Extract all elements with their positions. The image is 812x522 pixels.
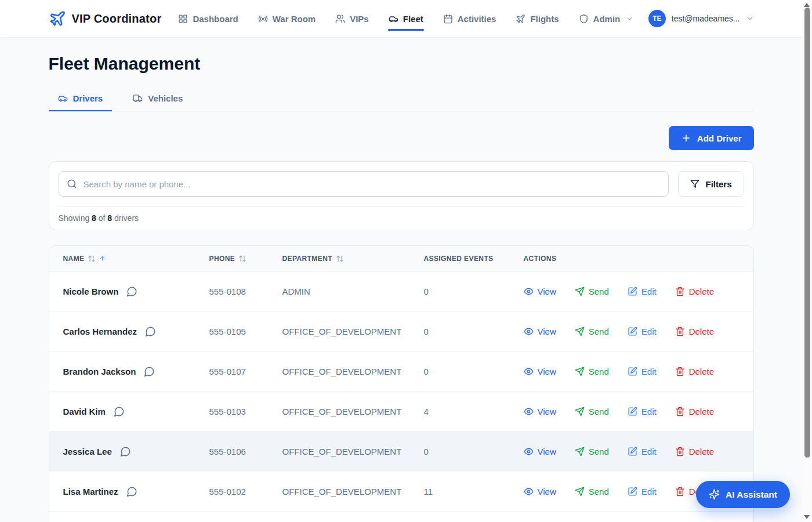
truck-icon	[133, 93, 143, 103]
edit-button[interactable]: Edit	[628, 327, 657, 336]
driver-phone: 555-0106	[209, 447, 282, 456]
ai-assistant-button[interactable]: AI Assistant	[696, 481, 790, 508]
assigned-events-count: 0	[424, 447, 524, 456]
driver-name: Jessica Lee	[63, 447, 112, 456]
nav-item-admin[interactable]: Admin	[578, 10, 635, 28]
send-icon	[575, 367, 585, 376]
calendar-icon	[443, 14, 453, 24]
column-header-name[interactable]: NAME	[63, 255, 209, 263]
message-icon[interactable]	[144, 366, 155, 377]
send-button[interactable]: Send	[575, 487, 609, 496]
add-driver-button[interactable]: Add Driver	[669, 126, 754, 150]
nav-label: Dashboard	[193, 14, 238, 24]
driver-name: Brandon Jackson	[63, 367, 136, 376]
trash-icon	[675, 487, 685, 496]
send-button[interactable]: Send	[575, 367, 609, 376]
table-row[interactable]: Carlos Hernandez 555-0105 OFFICE_OF_DEVE…	[49, 311, 753, 351]
scroll-up-arrow-icon[interactable]	[804, 3, 810, 7]
edit-button[interactable]: Edit	[628, 367, 657, 376]
tab-drivers[interactable]: Drivers	[49, 93, 113, 111]
table-row[interactable]: David Kim 555-0103 OFFICE_OF_DEVELOPMENT…	[49, 392, 753, 432]
message-icon[interactable]	[126, 286, 137, 297]
assigned-events-count: 0	[424, 287, 524, 296]
assigned-events-count: 4	[424, 407, 524, 416]
edit-button[interactable]: Edit	[628, 447, 657, 456]
table-row[interactable]: Lisa Martinez 555-0102 OFFICE_OF_DEVELOP…	[49, 472, 753, 512]
table-row[interactable]: Brandon Jackson 555-0107 OFFICE_OF_DEVEL…	[49, 351, 753, 392]
plus-icon	[681, 133, 691, 143]
edit-button[interactable]: Edit	[628, 287, 657, 296]
eye-icon	[524, 367, 534, 376]
plane-logo-icon	[49, 10, 66, 27]
edit-button[interactable]: Edit	[628, 487, 657, 496]
nav-label: Fleet	[403, 14, 423, 24]
view-button[interactable]: View	[524, 327, 556, 336]
shown-count: 8	[92, 213, 96, 223]
message-icon[interactable]	[126, 486, 137, 497]
user-email: test@madeames...	[672, 14, 740, 23]
eye-icon	[524, 487, 534, 496]
edit-button[interactable]: Edit	[628, 407, 657, 416]
driver-phone: 555-0108	[209, 287, 282, 296]
sparkles-icon	[709, 489, 720, 500]
table-header: NAME PHONE DEPARTMENT ASSIGNED EVENTS AC…	[49, 246, 753, 271]
dashboard-grid-icon	[178, 14, 188, 24]
delete-button[interactable]: Delete	[675, 327, 714, 336]
drivers-table: NAME PHONE DEPARTMENT ASSIGNED EVENTS AC…	[49, 245, 754, 522]
scroll-down-arrow-icon[interactable]	[804, 515, 810, 519]
send-button[interactable]: Send	[575, 327, 609, 336]
sort-icon	[336, 255, 344, 263]
delete-button[interactable]: Delete	[675, 287, 714, 296]
nav-item-flights[interactable]: Flights	[515, 10, 559, 28]
nav-item-fleet[interactable]: Fleet	[388, 10, 424, 28]
send-button[interactable]: Send	[575, 447, 609, 456]
message-icon[interactable]	[145, 326, 156, 337]
view-button[interactable]: View	[524, 367, 556, 376]
message-icon[interactable]	[120, 446, 131, 457]
nav-label: War Room	[273, 14, 316, 24]
tab-vehicles[interactable]: Vehicles	[124, 93, 192, 111]
table-row[interactable]: Jessica Lee 555-0106 OFFICE_OF_DEVELOPME…	[49, 432, 753, 472]
nav-item-dashboard[interactable]: Dashboard	[177, 10, 238, 28]
view-button[interactable]: View	[524, 487, 556, 496]
driver-phone: 555-0107	[209, 367, 282, 376]
column-header-phone[interactable]: PHONE	[209, 255, 282, 263]
plane-icon	[516, 14, 525, 24]
view-button[interactable]: View	[524, 287, 556, 296]
top-navbar: VIP Coordinator Dashboard War Room VIPs	[0, 0, 802, 37]
send-icon	[575, 287, 585, 296]
scrollbar[interactable]	[802, 0, 812, 522]
nav-item-war-room[interactable]: War Room	[258, 10, 316, 28]
view-button[interactable]: View	[524, 407, 556, 416]
chevron-down-icon	[626, 15, 633, 23]
trash-icon	[675, 327, 685, 336]
driver-phone: 555-0105	[209, 327, 282, 336]
search-input[interactable]	[59, 171, 669, 197]
nav-item-activities[interactable]: Activities	[443, 10, 497, 28]
nav-label: Activities	[458, 14, 496, 24]
user-menu[interactable]: TE test@madeames...	[648, 10, 754, 27]
main-nav: Dashboard War Room VIPs Fleet Activities	[177, 10, 634, 28]
view-button[interactable]: View	[524, 447, 556, 456]
edit-icon	[628, 487, 637, 496]
trash-icon	[675, 447, 685, 456]
table-row[interactable]: Nicole Brown 555-0108 ADMIN 0 View Send …	[49, 271, 753, 311]
brand-name: VIP Coordinator	[72, 12, 162, 26]
edit-icon	[628, 287, 637, 296]
send-button[interactable]: Send	[575, 287, 609, 296]
nav-item-vips[interactable]: VIPs	[335, 10, 369, 28]
brand[interactable]: VIP Coordinator	[49, 10, 162, 27]
car-icon	[389, 14, 398, 24]
delete-button[interactable]: Delete	[675, 367, 714, 376]
send-button[interactable]: Send	[575, 407, 609, 416]
delete-button[interactable]: Delete	[675, 407, 714, 416]
results-summary: Showing 8 of 8 drivers	[59, 206, 744, 223]
delete-button[interactable]: Delete	[675, 447, 714, 456]
trash-icon	[675, 287, 685, 296]
filters-button[interactable]: Filters	[678, 171, 744, 197]
driver-department: OFFICE_OF_DEVELOPMENT	[282, 327, 424, 336]
column-header-department[interactable]: DEPARTMENT	[282, 255, 424, 263]
scrollbar-thumb[interactable]	[804, 8, 810, 458]
message-icon[interactable]	[114, 406, 125, 417]
driver-name: Nicole Brown	[63, 287, 119, 296]
